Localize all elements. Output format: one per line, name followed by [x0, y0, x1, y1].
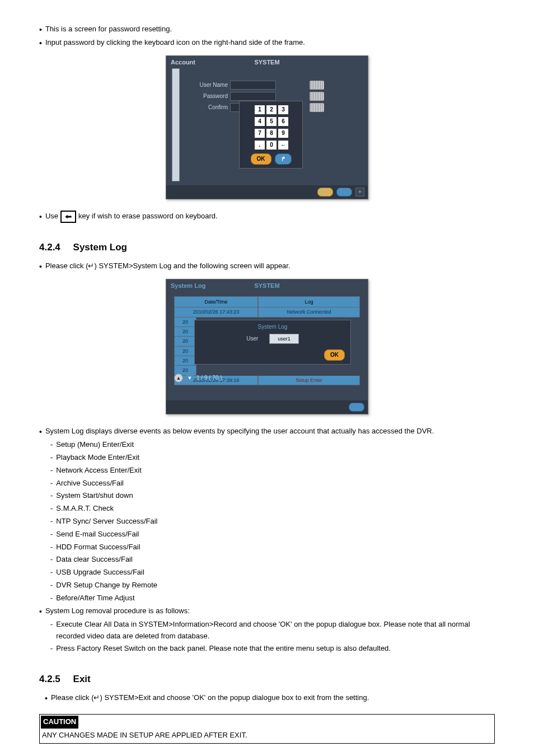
key-3[interactable]: 3: [278, 105, 289, 115]
syslog-item-text: System Start/shut down: [56, 490, 133, 502]
syslog-item: -Before/After Time Adjust: [50, 592, 495, 604]
bottom-bar: +: [166, 185, 368, 199]
syslog-item: -HDD Format Success/Fail: [50, 542, 495, 553]
key-backspace[interactable]: ←: [278, 140, 289, 150]
bullet-dot: •: [39, 260, 42, 273]
syslog-tab-label: System Log: [171, 281, 205, 291]
syslog-item-text: DVR Setup Change by Remote: [56, 580, 157, 591]
dash: -: [50, 643, 53, 655]
bullet-dot: •: [45, 692, 48, 704]
log-short: 20: [174, 327, 196, 337]
expand-icon[interactable]: +: [355, 188, 364, 197]
page-up-icon[interactable]: ▲: [174, 374, 183, 382]
dash: -: [50, 542, 53, 553]
numeric-keypad: 1 2 3 4 5 6 7 8 9 . 0 ← OK ↱: [239, 101, 303, 169]
dash: -: [50, 619, 53, 631]
dash: -: [50, 554, 53, 566]
col-datetime: Date/Time: [174, 296, 258, 307]
username-label: User Name: [194, 81, 228, 90]
backspace-icon: [60, 211, 76, 223]
key-6[interactable]: 6: [278, 116, 289, 127]
syslog-item-text: Send E-mail Success/Fail: [56, 529, 139, 540]
syslog-item-text: Data clear Success/Fail: [56, 554, 133, 566]
dash: -: [50, 592, 53, 604]
log-short: 20: [174, 318, 196, 327]
syslog-item-text: S.M.A.R.T. Check: [56, 503, 114, 515]
popup-title: System Log: [197, 323, 348, 332]
log-cell-msg-last: Setup Enter: [258, 376, 360, 385]
popup-ok-button[interactable]: OK: [324, 349, 345, 361]
key-2[interactable]: 2: [266, 105, 277, 115]
syslog-item: -S.M.A.R.T. Check: [50, 503, 495, 515]
key-dot[interactable]: .: [254, 140, 265, 150]
key-5[interactable]: 5: [266, 116, 277, 127]
bullet-dot: •: [39, 605, 42, 618]
dash: -: [50, 490, 53, 502]
exit-button[interactable]: [349, 403, 364, 412]
dash: -: [50, 503, 53, 515]
save-button[interactable]: [317, 188, 333, 197]
syslog-item: -Send E-mail Success/Fail: [50, 529, 495, 540]
section-425-title: Exit: [73, 674, 91, 684]
dash: -: [50, 567, 53, 578]
key-8[interactable]: 8: [266, 128, 277, 138]
key-7[interactable]: 7: [254, 128, 265, 138]
intro-text-2: Input password by clicking the keyboard …: [45, 37, 305, 49]
keyboard-icon[interactable]: [310, 92, 324, 101]
keyboard-icon[interactable]: [310, 103, 324, 112]
keypad-exit-button[interactable]: ↱: [275, 153, 292, 165]
backspace-post: key if wish to erase password on keyboar…: [78, 211, 218, 222]
account-tab-label: Account: [171, 58, 195, 68]
syslog-item-text: USB Upgrade Success/Fail: [56, 567, 144, 578]
key-0[interactable]: 0: [266, 140, 277, 150]
syslog-item: -Data clear Success/Fail: [50, 554, 495, 566]
pager-text: 1 / 9 ( 70 ): [196, 374, 222, 382]
username-field[interactable]: [230, 81, 276, 90]
syslog-item: -DVR Setup Change by Remote: [50, 580, 495, 591]
log-short: 20: [174, 337, 196, 346]
removal-item-text: Execute Clear All Data in SYSTEM>Informa…: [56, 619, 495, 642]
section-425-heading: 4.2.5 Exit: [39, 671, 495, 687]
syslog-item: -System Start/shut down: [50, 490, 495, 502]
side-tab: [172, 68, 180, 181]
keyboard-icon[interactable]: [310, 81, 324, 90]
bullet-dot: •: [39, 24, 42, 36]
syslog-item: -USB Upgrade Success/Fail: [50, 567, 495, 578]
removal-item: -Execute Clear All Data in SYSTEM>Inform…: [50, 619, 495, 642]
syslog-desc-line: • System Log displays diverse events as …: [39, 426, 495, 438]
dash: -: [50, 452, 53, 464]
confirm-label: Confirm: [194, 103, 228, 112]
intro-line-2: • Input password by clicking the keyboar…: [39, 37, 495, 49]
key-4[interactable]: 4: [254, 116, 265, 127]
syslog-item-text: Before/After Time Adjust: [56, 592, 134, 604]
page-down-icon[interactable]: ▼: [185, 374, 194, 382]
col-log: Log: [258, 296, 360, 307]
exit-text: Please click (↵) SYSTEM>Exit and choose …: [51, 692, 369, 704]
popup-user-value: user1: [269, 334, 299, 344]
log-cell-msg: Network Connected: [258, 307, 360, 317]
keypad-ok-button[interactable]: OK: [251, 153, 271, 165]
key-9[interactable]: 9: [278, 128, 289, 138]
bullet-dot: •: [39, 211, 42, 223]
syslog-item: -Network Access Enter/Exit: [50, 465, 495, 477]
section-424-heading: 4.2.4 System Log: [39, 240, 495, 255]
password-label: Password: [194, 92, 228, 101]
syslog-item-text: Playback Mode Enter/Exit: [56, 452, 139, 464]
dash: -: [50, 580, 53, 591]
exit-line: • Please click (↵) SYSTEM>Exit and choos…: [45, 692, 495, 704]
syslog-item: -Setup (Menu) Enter/Exit: [50, 439, 495, 451]
removal-item: -Press Factory Reset Switch on the back …: [50, 643, 495, 655]
exit-button[interactable]: [336, 188, 352, 197]
bottom-bar: [166, 400, 368, 414]
caution-box: CAUTION ANY CHANGES MADE IN SETUP ARE AP…: [39, 714, 495, 744]
dash: -: [50, 465, 53, 477]
syslog-header: System Log SYSTEM: [166, 279, 368, 293]
removal-intro-line: • System Log removal procedure is as fol…: [39, 605, 495, 618]
password-field[interactable]: [230, 92, 276, 101]
caution-text: ANY CHANGES MADE IN SETUP ARE APPLIED AF…: [40, 730, 494, 744]
backspace-note: • Use key if wish to erase password on k…: [39, 211, 495, 223]
account-screenshot: Account SYSTEM User Name Password Confir…: [166, 55, 368, 199]
syslog-screenshot: System Log SYSTEM Date/Time Log 2010/02/…: [166, 279, 368, 414]
dash: -: [50, 439, 53, 451]
key-1[interactable]: 1: [254, 105, 265, 115]
